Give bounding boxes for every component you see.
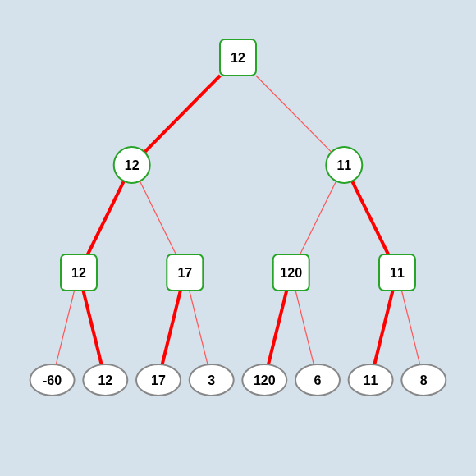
max-node-LR-label: 17 bbox=[177, 266, 192, 280]
leaf-node-3-label: 3 bbox=[208, 373, 215, 387]
leaf-node-7-label: 8 bbox=[420, 373, 428, 387]
edge-LL-leaf0 bbox=[56, 291, 74, 364]
leaf-node-2-label: 17 bbox=[151, 373, 166, 387]
max-node-RR-label: 11 bbox=[390, 266, 405, 280]
edge-L-LR bbox=[140, 181, 176, 254]
edge-L-LL bbox=[88, 181, 124, 254]
edge-LR-leaf2 bbox=[162, 291, 181, 364]
edge-LR-leaf3 bbox=[190, 291, 208, 364]
leaf-node-5-label: 6 bbox=[314, 373, 322, 387]
max-node-LL-label: 12 bbox=[71, 266, 86, 280]
min-node-R-label: 11 bbox=[336, 158, 351, 172]
max-node-RL-label: 120 bbox=[280, 266, 302, 280]
edge-root-R bbox=[256, 76, 332, 152]
leaf-node-0-label: -60 bbox=[43, 373, 62, 387]
edge-root-L bbox=[144, 76, 220, 152]
edge-RR-leaf6 bbox=[374, 291, 392, 364]
leaf-node-6-label: 11 bbox=[364, 373, 378, 387]
edge-RL-leaf4 bbox=[268, 291, 286, 364]
edge-R-RL bbox=[300, 181, 336, 254]
leaf-node-4-label: 120 bbox=[254, 373, 276, 387]
root-node-label: 12 bbox=[231, 51, 245, 65]
leaf-node-1-label: 12 bbox=[98, 373, 112, 387]
min-node-L-label: 12 bbox=[125, 158, 140, 172]
minimax-tree-diagram: 121211121712011-60121731206118 bbox=[0, 0, 476, 476]
edge-RL-leaf5 bbox=[295, 291, 314, 364]
edge-R-RR bbox=[352, 181, 388, 254]
edge-LL-leaf1 bbox=[83, 291, 101, 364]
edge-RR-leaf7 bbox=[401, 291, 419, 364]
